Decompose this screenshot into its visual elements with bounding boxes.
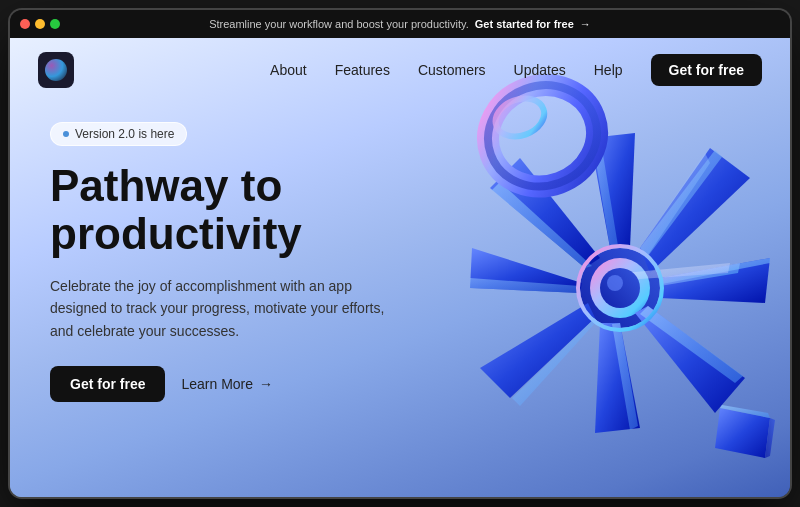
nav-updates[interactable]: Updates [514,62,566,78]
version-badge: Version 2.0 is here [50,122,187,146]
main-content: About Features Customers Updates Help Ge… [10,38,790,497]
svg-point-22 [607,275,623,291]
nav-features[interactable]: Features [335,62,390,78]
nav-about[interactable]: About [270,62,307,78]
logo[interactable] [38,52,74,88]
learn-more-text: Learn More [181,376,253,392]
shapes-svg [390,58,790,478]
hero-buttons: Get for free Learn More → [50,366,390,402]
hero-section: Version 2.0 is here Pathway to productiv… [10,102,430,402]
hero-description: Celebrate the joy of accomplishment with… [50,275,390,342]
hero-title-line1: Pathway to [50,161,282,210]
hero-title-line2: productivity [50,209,302,258]
close-dot[interactable] [20,19,30,29]
announcement-cta[interactable]: Get started for free [475,18,574,30]
logo-icon [45,59,67,81]
announcement-bar: Streamline your workflow and boost your … [10,10,790,38]
hero-shapes [390,58,790,478]
nav-links: About Features Customers Updates Help Ge… [270,54,762,86]
window-controls [20,19,60,29]
learn-more-arrow: → [259,376,273,392]
announcement-arrow: → [580,18,591,30]
hero-title: Pathway to productivity [50,162,390,259]
nav-help[interactable]: Help [594,62,623,78]
maximize-dot[interactable] [50,19,60,29]
hero-secondary-button[interactable]: Learn More → [181,376,273,392]
hero-cta-button[interactable]: Get for free [50,366,165,402]
minimize-dot[interactable] [35,19,45,29]
nav-cta-button[interactable]: Get for free [651,54,762,86]
svg-marker-3 [640,148,750,273]
announcement-text: Streamline your workflow and boost your … [209,18,469,30]
nav-customers[interactable]: Customers [418,62,486,78]
version-dot [63,131,69,137]
version-text: Version 2.0 is here [75,127,174,141]
navbar: About Features Customers Updates Help Ge… [10,38,790,102]
